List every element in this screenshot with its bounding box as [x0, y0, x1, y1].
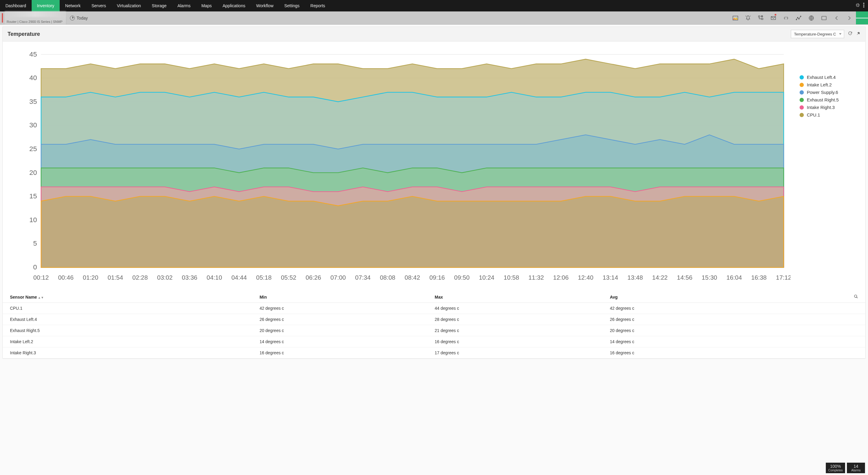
- col-max[interactable]: Max: [432, 291, 607, 303]
- device-info-box[interactable]: Router | Cisco 2900 IS Series | SNMP: [5, 11, 66, 24]
- nav-applications[interactable]: Applications: [217, 0, 251, 11]
- pin-icon[interactable]: [856, 31, 861, 37]
- fullscreen-collapse-icon[interactable]: [855, 3, 860, 9]
- chart-legend: Exhaust Left.4Intake Left.2Power Supply.…: [790, 47, 857, 289]
- svg-text:14:22: 14:22: [652, 274, 668, 281]
- terminal-icon[interactable]: [818, 11, 830, 24]
- svg-text:08:08: 08:08: [380, 274, 395, 281]
- metric-select[interactable]: Temperature-Degrees C: [791, 30, 844, 38]
- svg-text:20: 20: [29, 169, 37, 176]
- svg-text:00:12: 00:12: [33, 274, 49, 281]
- svg-text:05:18: 05:18: [256, 274, 272, 281]
- nav-storage[interactable]: Storage: [147, 0, 172, 11]
- table-row[interactable]: Intake Right.3 16 degrees c 17 degrees c…: [3, 347, 865, 359]
- legend-item[interactable]: Intake Left.2: [800, 82, 857, 87]
- legend-item[interactable]: Intake Right.3: [800, 105, 857, 110]
- nav-servers[interactable]: Servers: [86, 0, 111, 11]
- table-row[interactable]: CPU.1 42 degrees c 44 degrees c 42 degre…: [3, 303, 865, 314]
- hamburger-menu-button[interactable]: [856, 11, 868, 24]
- legend-item[interactable]: Power Supply.6: [800, 90, 857, 95]
- nav-network[interactable]: Network: [60, 0, 86, 11]
- svg-rect-5: [762, 18, 763, 19]
- svg-text:04:10: 04:10: [207, 274, 222, 281]
- svg-text:03:36: 03:36: [182, 274, 197, 281]
- bell-icon[interactable]: [742, 11, 754, 24]
- cell-avg: 42 degrees c: [607, 303, 782, 314]
- svg-text:10:58: 10:58: [504, 274, 519, 281]
- cell-name: CPU.1: [3, 303, 256, 314]
- globe-icon[interactable]: [805, 11, 817, 24]
- legend-item[interactable]: Exhaust Left.4: [800, 75, 857, 80]
- activity-icon[interactable]: [793, 11, 805, 24]
- legend-dot-icon: [800, 113, 804, 117]
- svg-text:10:24: 10:24: [479, 274, 494, 281]
- svg-text:12:40: 12:40: [578, 274, 593, 281]
- table-row[interactable]: Exhaust Left.4 26 degrees c 28 degrees c…: [3, 314, 865, 325]
- svg-text:13:14: 13:14: [603, 274, 618, 281]
- svg-point-8: [796, 19, 797, 20]
- sort-icon: ▲▼: [38, 296, 44, 299]
- svg-text:07:34: 07:34: [355, 274, 370, 281]
- nav-inventory[interactable]: Inventory: [32, 0, 60, 11]
- temperature-card: Temperature Temperature-Degrees C 051015…: [2, 27, 866, 359]
- legend-label: Intake Right.3: [807, 105, 835, 110]
- metric-select-value: Temperature-Degrees C: [794, 32, 836, 36]
- legend-label: Exhaust Left.4: [807, 75, 836, 80]
- cell-avg: 16 degrees c: [607, 347, 782, 359]
- svg-text:05:52: 05:52: [281, 274, 296, 281]
- svg-rect-13: [822, 16, 827, 20]
- nav-maps[interactable]: Maps: [196, 0, 217, 11]
- svg-point-10: [799, 19, 800, 19]
- svg-text:12:06: 12:06: [553, 274, 568, 281]
- cell-avg: 26 degrees c: [607, 314, 782, 325]
- svg-text:0: 0: [33, 263, 37, 271]
- cell-name: Intake Left.2: [3, 336, 256, 347]
- picture-icon[interactable]: [730, 11, 741, 24]
- svg-point-9: [797, 17, 798, 18]
- legend-dot-icon: [800, 83, 804, 87]
- svg-text:03:02: 03:02: [157, 274, 173, 281]
- network-add-icon[interactable]: [755, 11, 767, 24]
- temperature-chart[interactable]: 05101520253035404500:1200:4601:2001:5402…: [13, 47, 790, 289]
- svg-text:5: 5: [33, 239, 37, 247]
- svg-text:01:20: 01:20: [83, 274, 98, 281]
- svg-text:06:26: 06:26: [306, 274, 321, 281]
- legend-item[interactable]: Exhaust Right.5: [800, 97, 857, 102]
- nav-virtualization[interactable]: Virtualization: [112, 0, 147, 11]
- svg-text:25: 25: [29, 145, 37, 152]
- time-range-selector[interactable]: Today: [66, 15, 91, 21]
- cell-min: 42 degrees c: [256, 303, 432, 314]
- table-row[interactable]: Intake Left.2 14 degrees c 16 degrees c …: [3, 336, 865, 347]
- svg-text:11:32: 11:32: [528, 274, 544, 281]
- svg-text:15: 15: [29, 192, 37, 200]
- cell-min: 16 degrees c: [256, 347, 432, 359]
- completes-badge[interactable]: 100% Completes: [826, 463, 845, 473]
- cell-max: 44 degrees c: [432, 303, 607, 314]
- legend-label: Power Supply.6: [807, 90, 838, 95]
- svg-text:09:16: 09:16: [430, 274, 445, 281]
- table-row[interactable]: Exhaust Right.5 20 degrees c 21 degrees …: [3, 325, 865, 336]
- sensor-table: Sensor Name▲▼ Min Max Avg CPU.1 42 degre…: [3, 291, 865, 359]
- next-icon: [843, 11, 855, 24]
- link-icon[interactable]: [780, 11, 792, 24]
- cell-min: 14 degrees c: [256, 336, 432, 347]
- col-avg[interactable]: Avg: [607, 291, 782, 303]
- mail-icon[interactable]: [767, 11, 779, 24]
- prev-icon[interactable]: [831, 11, 843, 24]
- refresh-icon[interactable]: [848, 31, 852, 37]
- svg-text:10: 10: [29, 216, 37, 224]
- svg-rect-4: [758, 15, 760, 17]
- legend-label: Intake Left.2: [807, 82, 832, 87]
- nav-workflow[interactable]: Workflow: [251, 0, 279, 11]
- kebab-menu-icon[interactable]: [863, 3, 864, 9]
- nav-dashboard[interactable]: Dashboard: [0, 0, 32, 11]
- nav-settings[interactable]: Settings: [279, 0, 305, 11]
- table-search-icon[interactable]: [782, 291, 865, 303]
- nav-reports[interactable]: Reports: [305, 0, 331, 11]
- legend-item[interactable]: CPU.1: [800, 112, 857, 117]
- sub-header: Router | Cisco 2900 IS Series | SNMP Tod…: [0, 11, 868, 25]
- nav-alarms[interactable]: Alarms: [172, 0, 196, 11]
- col-sensor-name[interactable]: Sensor Name▲▼: [3, 291, 256, 303]
- alarms-badge[interactable]: 14 Alarms: [847, 463, 865, 473]
- col-min[interactable]: Min: [256, 291, 432, 303]
